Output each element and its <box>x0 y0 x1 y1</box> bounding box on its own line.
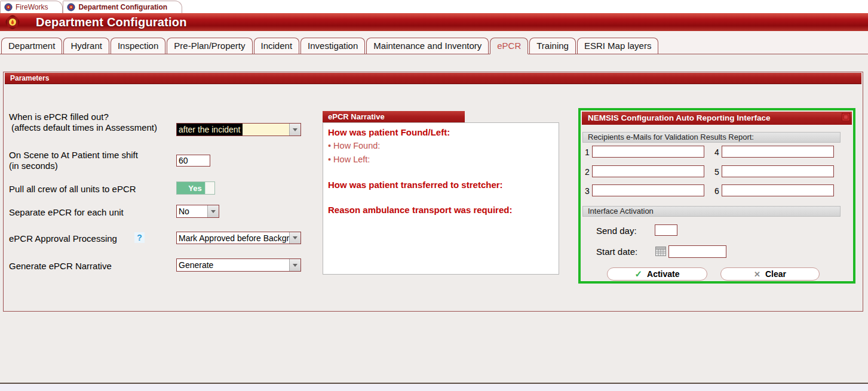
tab-hydrant[interactable]: Hydrant <box>63 38 109 54</box>
narrative-bullet: How Found: <box>328 139 554 153</box>
nav-tab-strip: Department Hydrant Inspection Pre-Plan/P… <box>0 36 868 54</box>
tab-incident[interactable]: Incident <box>254 38 300 54</box>
email-slot-number: 5 <box>714 167 719 177</box>
tab-pre-plan-property[interactable]: Pre-Plan/Property <box>167 38 252 54</box>
time-shift-label: On Scene to At Patient time shift (in se… <box>9 150 138 171</box>
fireworks-badge-icon <box>4 3 13 11</box>
email-input-4[interactable] <box>722 146 834 158</box>
page-title: Department Configuration <box>36 16 187 29</box>
epcr-narrative-header: ePCR Narrative <box>323 111 465 122</box>
generate-narrative-label: Generate ePCR Narrative <box>9 261 112 272</box>
check-icon: ✓ <box>634 269 642 279</box>
activate-button[interactable]: ✓ Activate <box>607 267 707 281</box>
epcr-narrative-textarea[interactable]: How was patient Found/Left: How Found: H… <box>323 122 559 275</box>
generate-narrative-dropdown[interactable]: Generate <box>176 258 301 272</box>
clear-button-label: Clear <box>765 269 786 279</box>
email-slot-number: 1 <box>585 147 590 157</box>
content-area: Parameters When is ePCR filled out? (aff… <box>0 54 868 383</box>
email-slot-number: 6 <box>714 186 719 196</box>
activate-button-label: Activate <box>647 269 679 279</box>
fire-department-logo-icon <box>4 14 21 30</box>
narrative-heading: How was patient Found/Left: <box>328 126 554 139</box>
when-epcr-dropdown[interactable]: after the incident <box>176 123 301 136</box>
title-gap-strip <box>0 31 868 36</box>
pull-crew-toggle[interactable]: Yes <box>176 181 215 195</box>
recipients-section-header: Recipients e-Mails for Validation Result… <box>582 132 841 143</box>
approval-processing-label: ePCR Approval Processing <box>9 233 117 244</box>
approval-processing-dropdown-value: Mark Approved before Backgr <box>177 232 289 244</box>
tab-training[interactable]: Training <box>529 38 576 54</box>
toggle-knob <box>205 182 214 194</box>
department-badge-icon <box>67 3 75 11</box>
separate-epcr-dropdown[interactable]: No <box>176 205 219 218</box>
when-epcr-label: When is ePCR filled out? (affects defaul… <box>9 112 157 133</box>
chevron-down-icon[interactable] <box>289 232 300 244</box>
toggle-value-label: Yes <box>177 184 205 193</box>
email-input-6[interactable] <box>722 184 834 196</box>
tab-inspection[interactable]: Inspection <box>111 38 165 54</box>
approval-processing-dropdown[interactable]: Mark Approved before Backgr <box>176 232 301 244</box>
narrative-bullet: How Left: <box>328 153 554 167</box>
footer-strip <box>0 384 868 391</box>
chevron-down-icon[interactable] <box>289 124 300 136</box>
send-day-input[interactable] <box>655 224 677 236</box>
narrative-heading: How was patient transferred to stretcher… <box>328 178 554 192</box>
separate-epcr-label: Separate ePCR for each unit <box>9 207 124 218</box>
chevron-down-icon[interactable] <box>207 205 219 217</box>
email-slot-number: 2 <box>585 167 590 177</box>
pull-crew-label: Pull all crew of all units to ePCR <box>9 184 136 195</box>
x-icon: ✕ <box>754 270 760 279</box>
nemsis-panel-header: NEMSIS Configuration Auto Reporting Inte… <box>582 112 852 125</box>
email-input-1[interactable] <box>592 146 704 158</box>
start-date-input[interactable] <box>668 245 726 258</box>
email-input-5[interactable] <box>722 165 834 177</box>
tab-investigation[interactable]: Investigation <box>300 38 365 54</box>
window-tab-label: Department Configuration <box>78 3 167 11</box>
nemsis-config-panel: NEMSIS Configuration Auto Reporting Inte… <box>578 108 855 284</box>
send-day-label: Send day: <box>596 226 637 236</box>
calendar-icon[interactable] <box>655 247 666 256</box>
when-epcr-dropdown-value: after the incident <box>177 124 243 136</box>
title-bar: Department Configuration <box>0 13 868 31</box>
tab-epcr[interactable]: ePCR <box>490 38 528 54</box>
clear-button[interactable]: ✕ Clear <box>720 267 820 281</box>
window-tab-department-configuration[interactable]: Department Configuration <box>63 1 182 13</box>
generate-narrative-dropdown-value: Generate <box>177 259 289 271</box>
parameters-header: Parameters <box>5 73 861 84</box>
window-tab-fireworks[interactable]: FireWorks <box>0 1 63 13</box>
tab-maintenance-and-inventory[interactable]: Maintenance and Inventory <box>366 38 489 54</box>
email-input-3[interactable] <box>592 184 704 196</box>
narrative-heading: Reason ambulance transport was required: <box>328 204 554 217</box>
help-icon[interactable]: ? <box>134 232 145 243</box>
separate-epcr-dropdown-value: No <box>177 205 207 217</box>
email-slot-number: 3 <box>585 186 590 196</box>
parameters-groupbox: Parameters When is ePCR filled out? (aff… <box>3 72 863 312</box>
window-tab-label: FireWorks <box>16 3 48 11</box>
chevron-down-icon[interactable] <box>289 259 300 271</box>
email-input-2[interactable] <box>592 165 704 177</box>
time-shift-input[interactable] <box>176 155 210 167</box>
start-date-label: Start date: <box>596 247 637 257</box>
email-slot-number: 4 <box>714 147 719 157</box>
interface-activation-header: Interface Activation <box>582 206 841 217</box>
tab-department[interactable]: Department <box>1 38 62 54</box>
tab-esri-map-layers[interactable]: ESRI Map layers <box>577 38 659 54</box>
close-icon[interactable] <box>842 113 850 121</box>
window-tab-bar: FireWorks Department Configuration <box>0 0 868 13</box>
